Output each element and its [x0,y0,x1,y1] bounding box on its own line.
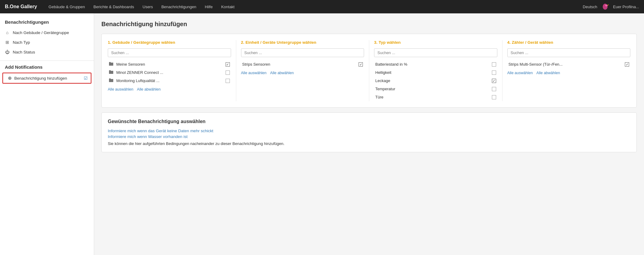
step1-item-1-label: Minol ZENNER Connect ... [116,70,226,75]
sidebar-item-status-label: Nach Status [13,50,35,54]
add-icon: ⊕ [8,75,12,81]
step3-item-3-label: Temperatur [375,87,492,91]
step3-col: 3. Typ wählen Batteriestand in % Helligk… [369,40,503,101]
step3-item-2[interactable]: Leckage ✓ [374,77,497,85]
language-selector[interactable]: Deutsch [583,5,597,9]
step1-item-0-label: Meine Sensoren [116,62,226,67]
step1-item-1-check [226,71,230,75]
step3-item-1[interactable]: Helligkeit [374,68,497,77]
power-icon: ⏻ [5,50,10,54]
sidebar-section2-title: Add Notifications [0,64,94,73]
step1-item-2-check [226,79,230,83]
sidebar-divider [0,60,94,61]
sidebar-add-check-icon: ☑ [84,76,88,81]
sidebar-item-typ[interactable]: ⊞ Nach Typ [0,37,94,47]
step2-title: 2. Einheit / Geräte Untergruppe wählen [241,40,364,45]
step1-item-2[interactable]: Monitoring Luftqualität ... [108,77,231,85]
bird-icon [601,2,609,11]
step2-item-0[interactable]: Strips Sensoren ✓ [241,60,364,68]
step1-item-0[interactable]: Meine Sensoren ✓ [108,60,231,68]
step2-search[interactable] [241,48,364,57]
step3-item-0-label: Batteriestand in % [375,62,492,67]
svg-point-1 [605,5,608,6]
step3-item-0-check [492,62,496,67]
sidebar-item-status[interactable]: ⏻ Nach Status [0,47,94,57]
step4-col: 4. Zähler / Gerät wählen Strips Multi-Se… [503,40,631,101]
step3-item-0[interactable]: Batteriestand in % [374,60,497,68]
nav-link-gebaude[interactable]: Gebäude & Gruppen [44,0,89,13]
navbar: B.One Gallery Gebäude & Gruppen Berichte… [0,0,644,13]
step1-select-links: Alle auswählen Alle abwählen [108,87,231,91]
step3-item-1-label: Helligkeit [375,70,492,75]
step2-item-0-label: Strips Sensoren [242,62,359,67]
step3-item-4-label: Türe [375,95,492,99]
notification-link-1[interactable]: Informiere mich wenn Wasser vorhanden is… [108,134,630,139]
step3-item-3[interactable]: Temperatur [374,85,497,93]
step4-search[interactable] [507,48,631,57]
step1-item-0-check: ✓ [226,62,230,67]
sidebar-item-gebaude-label: Nach Gebäude / Gerätegruppe [13,30,69,35]
home-icon: ⌂ [5,30,10,35]
svg-marker-2 [608,4,609,6]
bottom-card-title: Gewünschte Benachrichtigung auswählen [108,119,630,124]
step4-item-0[interactable]: Strips Multi-Sensor (Tür-/Fen... ✓ [507,60,631,68]
step3-item-1-check [492,71,496,75]
step1-title: 1. Gebäude / Gerätegruppe wählen [108,40,231,45]
step2-col: 2. Einheit / Geräte Untergruppe wählen S… [236,40,370,101]
step1-item-1[interactable]: Minol ZENNER Connect ... [108,68,231,77]
step4-title: 4. Zähler / Gerät wählen [507,40,631,45]
step3-item-2-check: ✓ [492,79,496,83]
step3-search[interactable] [374,48,497,57]
step1-search[interactable] [108,48,231,57]
step1-select-all[interactable]: Alle auswählen [108,87,133,91]
folder-icon-0 [109,62,114,67]
sidebar-item-typ-label: Nach Typ [13,40,30,45]
step4-item-0-check: ✓ [625,62,629,67]
step2-deselect-all[interactable]: Alle abwählen [270,71,294,75]
step-card: 1. Gebäude / Gerätegruppe wählen Meine S… [101,34,637,108]
step1-col: 1. Gebäude / Gerätegruppe wählen Meine S… [108,40,236,101]
sidebar-item-gebaude[interactable]: ⌂ Nach Gebäude / Gerätegruppe [0,28,94,37]
step2-select-links: Alle auswählen Alle abwählen [241,71,364,75]
nav-link-berichte[interactable]: Berichte & Dashboards [89,0,138,13]
folder-icon-1 [109,70,114,75]
navbar-brand: B.One Gallery [5,4,37,9]
notification-hint: Sie können die hier aufgeführten Bedingu… [108,141,630,146]
svg-point-0 [603,4,608,10]
sidebar: Benachrichtigungen ⌂ Nach Gebäude / Gerä… [0,13,94,255]
step3-title: 3. Typ wählen [374,40,497,45]
step3-item-4[interactable]: Türe [374,93,497,101]
sidebar-section1-title: Benachrichtigungen [0,19,94,28]
main-content: Benachrichtigung hinzufügen 1. Gebäude /… [94,13,644,255]
step3-item-4-check [492,95,496,99]
sidebar-active-add-notification[interactable]: ⊕ Benachrichtigung hinzufügen ☑ [2,73,91,84]
step3-item-3-check [492,87,496,91]
navbar-right: Deutsch Euer Profilna... [583,2,639,11]
nav-link-hilfe[interactable]: Hilfe [200,0,217,13]
step3-item-2-label: Leckage [375,78,492,83]
nav-link-users[interactable]: Users [138,0,157,13]
page-title: Benachrichtigung hinzufügen [101,21,637,28]
main-layout: Benachrichtigungen ⌂ Nach Gebäude / Gerä… [0,13,644,255]
folder-icon-2 [109,78,114,83]
step1-deselect-all[interactable]: Alle abwählen [137,87,161,91]
bottom-card: Gewünschte Benachrichtigung auswählen In… [101,112,637,152]
step4-select-all[interactable]: Alle auswählen [507,71,533,75]
step2-select-all[interactable]: Alle auswählen [241,71,267,75]
step4-item-0-label: Strips Multi-Sensor (Tür-/Fen... [509,62,625,67]
step2-item-0-check: ✓ [359,62,363,67]
step1-item-2-label: Monitoring Luftqualität ... [116,78,226,83]
notification-link-0[interactable]: Informiere mich wenn das Gerät keine Dat… [108,129,630,133]
grid-icon: ⊞ [5,40,10,45]
navbar-nav: Gebäude & Gruppen Berichte & Dashboards … [44,0,583,13]
sidebar-add-label: Benachrichtigung hinzufügen [14,76,81,81]
step4-select-links: Alle auswählen Alle abwählen [507,71,631,75]
nav-link-benachrichtigungen[interactable]: Benachrichtigungen [157,0,200,13]
step4-deselect-all[interactable]: Alle abwählen [537,71,560,75]
nav-link-kontakt[interactable]: Kontakt [217,0,239,13]
profile-name[interactable]: Euer Profilna... [613,5,639,9]
